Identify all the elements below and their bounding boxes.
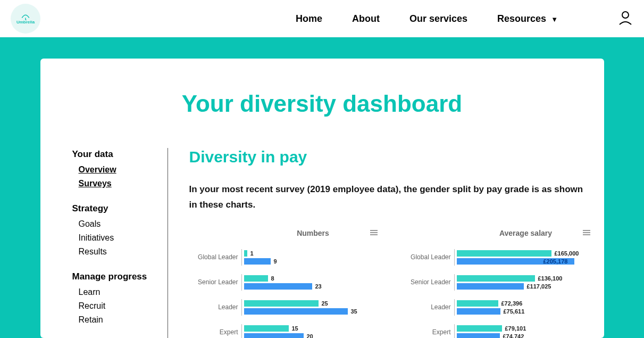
sidebar-item-surveys[interactable]: Surveys xyxy=(79,179,162,188)
sidebar-item-recruit[interactable]: Recruit xyxy=(79,301,162,311)
sidebar-item-results[interactable]: Results xyxy=(79,247,162,257)
nav-resources-label: Resources xyxy=(497,13,546,24)
chart2-row-expert: Expert £79,101 £74,742 xyxy=(402,324,593,338)
chart-salary-title: Average salary xyxy=(499,229,552,237)
bar-blue xyxy=(244,308,348,315)
bar-value-a: £165,000 xyxy=(555,250,579,257)
main-content: Diversity in pay In your most recent sur… xyxy=(168,148,604,338)
charts-row: Numbers Global Leader xyxy=(189,229,593,338)
bar-teal xyxy=(244,300,319,307)
row-bars: 1 9 xyxy=(241,249,381,266)
sidebar-item-retain[interactable]: Retain xyxy=(79,315,162,325)
chart2-row-global-leader: Global Leader £165,000 £205,178 xyxy=(402,249,593,266)
chart-salary-header: Average salary xyxy=(402,229,593,237)
bar-value-a: 8 xyxy=(271,275,274,282)
bar-blue xyxy=(244,333,304,338)
bar-value-b: 20 xyxy=(307,333,313,338)
profile-button[interactable] xyxy=(617,10,633,28)
bar-value-b: 9 xyxy=(274,258,277,265)
sidebar-heading-strategy: Strategy xyxy=(72,203,162,214)
row-label: Expert xyxy=(402,328,454,336)
bar-teal xyxy=(244,325,289,332)
sidebar-group-your-data: Your data Overview Surveys xyxy=(72,149,162,188)
row-label: Global Leader xyxy=(402,253,454,261)
sidebar-heading-manage-progress: Manage progress xyxy=(72,271,162,282)
row-bars: 25 35 xyxy=(241,299,381,316)
hamburger-icon xyxy=(582,229,591,236)
bar-blue xyxy=(244,283,312,290)
user-icon xyxy=(617,10,633,26)
sidebar-group-strategy: Strategy Goals Initiatives Results xyxy=(72,203,162,257)
bar-value-b: 23 xyxy=(315,283,322,290)
row-label: Senior Leader xyxy=(402,278,454,286)
sidebar-group-manage-progress: Manage progress Learn Recruit Retain xyxy=(72,271,162,325)
bar-value-b: £205,178 xyxy=(543,258,568,265)
bar-blue xyxy=(457,333,500,338)
sidebar-item-initiatives[interactable]: Initiatives xyxy=(79,233,162,243)
row-bars: £72,396 £75,611 xyxy=(454,299,593,316)
dashboard-card: Your diversity dashboard Your data Overv… xyxy=(40,59,604,338)
section-title: Diversity in pay xyxy=(189,148,593,166)
chart1-row-expert: Expert 15 20 xyxy=(189,324,381,338)
chart-numbers-title: Numbers xyxy=(297,229,329,237)
sidebar-heading-your-data: Your data xyxy=(72,149,162,160)
chart2-row-leader: Leader £72,396 £75,611 xyxy=(402,299,593,316)
bar-blue xyxy=(457,283,524,290)
chart1-row-global-leader: Global Leader 1 9 xyxy=(189,249,381,266)
nav-about[interactable]: About xyxy=(352,13,380,24)
chart1-row-leader: Leader 25 35 xyxy=(189,299,381,316)
bar-value-b: £74,742 xyxy=(503,333,524,338)
sidebar: Your data Overview Surveys Strategy Goal… xyxy=(72,148,168,338)
row-label: Global Leader xyxy=(189,253,241,261)
row-bars: £136,100 £117,025 xyxy=(454,274,593,291)
page-title: Your diversity dashboard xyxy=(40,90,604,117)
stage-background: Your diversity dashboard Your data Overv… xyxy=(0,37,644,338)
row-bars: £79,101 £74,742 xyxy=(454,324,593,338)
row-bars: 8 23 xyxy=(241,274,381,291)
chart-numbers-menu-icon[interactable] xyxy=(369,229,379,238)
bar-value-a: £72,396 xyxy=(501,300,523,307)
bar-value-a: 15 xyxy=(292,325,298,332)
bar-blue xyxy=(457,308,500,315)
bar-value-b: £75,611 xyxy=(504,308,525,315)
bar-value-a: £79,101 xyxy=(505,325,526,332)
nav-resources[interactable]: Resources ▼ xyxy=(497,13,558,24)
sidebar-item-overview[interactable]: Overview xyxy=(79,165,162,175)
svg-point-0 xyxy=(622,12,629,18)
nav-home[interactable]: Home xyxy=(296,13,322,24)
row-label: Expert xyxy=(189,328,241,336)
row-bars: 15 20 xyxy=(241,324,381,338)
sidebar-item-learn[interactable]: Learn xyxy=(79,287,162,297)
bar-value-b: 35 xyxy=(351,308,357,315)
chart2-row-senior-leader: Senior Leader £136,100 £117,025 xyxy=(402,274,593,291)
nav-services[interactable]: Our services xyxy=(409,13,467,24)
brand-name: Umbrella xyxy=(16,20,35,24)
main-nav: Home About Our services Resources ▼ xyxy=(296,10,633,28)
bar-value-a: £136,100 xyxy=(538,275,563,282)
row-label: Leader xyxy=(189,303,241,311)
bar-teal xyxy=(457,250,551,257)
chart-numbers: Numbers Global Leader xyxy=(189,229,381,338)
row-bars: £165,000 £205,178 xyxy=(454,249,593,266)
bar-value-a: 1 xyxy=(250,250,254,257)
row-label: Leader xyxy=(402,303,454,311)
chart1-row-senior-leader: Senior Leader 8 23 xyxy=(189,274,381,291)
chart-numbers-header: Numbers xyxy=(189,229,381,237)
bar-value-a: 25 xyxy=(322,300,328,307)
bar-value-b: £117,025 xyxy=(527,283,551,290)
row-label: Senior Leader xyxy=(189,278,241,286)
chevron-down-icon: ▼ xyxy=(551,15,558,23)
sidebar-item-goals[interactable]: Goals xyxy=(79,219,162,229)
chart-salary-menu-icon[interactable] xyxy=(582,229,591,238)
topbar: Umbrella Home About Our services Resourc… xyxy=(0,0,644,37)
bar-teal xyxy=(457,275,535,282)
hamburger-icon xyxy=(369,229,379,236)
bar-teal xyxy=(244,275,268,282)
bar-blue xyxy=(244,258,271,265)
bar-teal xyxy=(457,325,502,332)
section-intro: In your most recent survey (2019 employe… xyxy=(189,182,593,213)
brand-logo[interactable]: Umbrella xyxy=(11,4,40,34)
chart-salary: Average salary Global Leader xyxy=(402,229,593,338)
card-body: Your data Overview Surveys Strategy Goal… xyxy=(40,148,604,338)
bar-teal xyxy=(457,300,498,307)
